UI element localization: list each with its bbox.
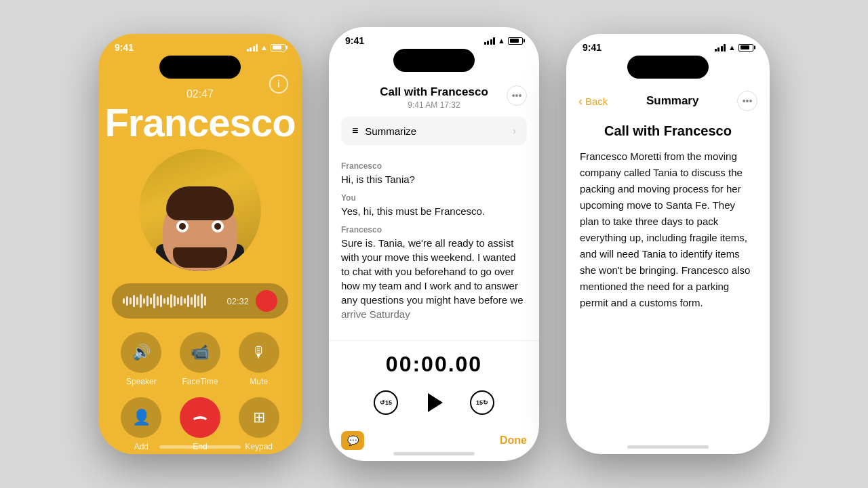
dynamic-island-3 <box>627 56 709 79</box>
mute-button[interactable]: 🎙 Mute <box>235 332 283 386</box>
wave-visual <box>123 293 220 308</box>
status-bar-1: 9:41 ▲ <box>98 34 302 53</box>
record-button[interactable] <box>256 290 277 312</box>
summarize-icon: ≡ <box>352 125 358 137</box>
memoji-eye-right <box>212 220 224 232</box>
back-label: Back <box>585 96 608 107</box>
memoji-head <box>163 193 237 271</box>
transcript-text-3: Sure is. Tania, we're all ready to assis… <box>341 236 527 321</box>
memoji-beard <box>173 247 227 268</box>
mute-icon: 🎙 <box>239 332 279 373</box>
status-time-1: 9:41 <box>115 42 134 53</box>
facetime-label: FaceTime <box>182 377 218 386</box>
dynamic-island-1 <box>159 56 241 79</box>
status-bar-2: 9:41 ▲ <box>329 27 539 46</box>
status-icons-3: ▲ <box>715 43 753 52</box>
add-label: Add <box>134 442 149 451</box>
skip-back-icon: ↺15 <box>374 390 398 415</box>
keypad-button[interactable]: ⊞ Keypad <box>235 397 283 451</box>
status-icons-2: ▲ <box>484 37 523 45</box>
summary-text: Francesco Moretti from the moving compan… <box>566 148 770 311</box>
call-buttons-grid: 🔊 Speaker 📹 FaceTime 🎙 Mute 👤 Add <box>98 319 302 451</box>
wifi-icon-2: ▲ <box>498 37 505 45</box>
summary-nav-title: Summary <box>646 94 698 108</box>
player-controls: ↺15 15↻ <box>329 386 539 419</box>
memoji-hair <box>166 186 234 220</box>
add-button[interactable]: 👤 Add <box>117 397 165 451</box>
transcript-header-time: 9:41 AM 17:32 <box>361 100 507 110</box>
summary-nav: ‹ Back Summary ••• <box>566 83 770 117</box>
info-button[interactable]: i <box>269 75 288 94</box>
wifi-icon-1: ▲ <box>260 43 268 52</box>
audio-player: 00:00.00 ↺15 15↻ <box>329 340 539 426</box>
speaker-label: Speaker <box>126 377 157 386</box>
summary-call-title: Call with Francesco <box>566 117 770 148</box>
facetime-button[interactable]: 📹 FaceTime <box>176 332 224 386</box>
transcript-title-block: Call with Francesco 9:41 AM 17:32 <box>361 85 507 110</box>
signal-icon-3 <box>715 44 726 52</box>
play-icon <box>428 393 443 412</box>
caller-name: Francesco <box>98 103 302 142</box>
battery-icon-2 <box>508 37 523 45</box>
phone-summary: 9:41 ▲ ‹ Back Summary <box>566 34 770 454</box>
feedback-icon[interactable]: 💬 <box>341 431 364 450</box>
status-icons-1: ▲ <box>247 43 285 52</box>
transcript-speaker-3: Francesco <box>341 225 527 235</box>
skip-back-button[interactable]: ↺15 <box>373 390 399 415</box>
speaker-button[interactable]: 🔊 Speaker <box>117 332 165 386</box>
phone-active-call: 9:41 ▲ i 02:47 Francesco <box>98 34 302 454</box>
end-call-icon <box>180 397 220 438</box>
transcript-body: Francesco Hi, is this Tania? You Yes, hi… <box>329 155 539 340</box>
transcript-text-1: Hi, is this Tania? <box>341 172 527 186</box>
summarize-button[interactable]: ≡ Summarize › <box>341 117 527 145</box>
keypad-icon: ⊞ <box>239 397 279 438</box>
speaker-icon: 🔊 <box>121 332 161 373</box>
status-bar-3: 9:41 ▲ <box>566 34 770 53</box>
memoji-eye-left <box>176 220 189 232</box>
back-button[interactable]: ‹ Back <box>578 94 608 108</box>
status-time-2: 9:41 <box>345 35 364 46</box>
home-indicator-1 <box>159 445 241 449</box>
mute-label: Mute <box>250 377 268 386</box>
summarize-label: Summarize <box>365 125 416 137</box>
signal-icon-2 <box>484 37 496 45</box>
battery-icon-1 <box>271 44 285 52</box>
transcript-footer: 💬 Done <box>329 426 539 461</box>
end-button[interactable]: End <box>176 397 224 451</box>
phone-transcript: 9:41 ▲ Call with Francesco 9:4 <box>329 27 539 461</box>
wifi-icon-3: ▲ <box>728 43 736 52</box>
dynamic-island-2 <box>393 49 475 72</box>
facetime-icon: 📹 <box>180 332 220 373</box>
home-indicator-3 <box>627 445 709 449</box>
transcript-speaker-2: You <box>341 193 527 203</box>
avatar-memoji <box>139 149 261 271</box>
done-button[interactable]: Done <box>500 434 527 447</box>
transcript-title: Call with Francesco <box>361 85 507 99</box>
battery-icon-3 <box>738 44 753 52</box>
status-time-3: 9:41 <box>583 42 601 53</box>
summarize-left: ≡ Summarize <box>352 125 416 137</box>
avatar-container <box>98 149 302 271</box>
transcript-speaker-1: Francesco <box>341 161 527 171</box>
transcript-header: Call with Francesco 9:41 AM 17:32 ••• <box>329 76 539 117</box>
keypad-label: Keypad <box>245 442 273 451</box>
skip-forward-button[interactable]: 15↻ <box>469 390 495 415</box>
skip-forward-icon: 15↻ <box>470 390 494 415</box>
wave-time: 02:32 <box>226 296 249 306</box>
chevron-left-icon: ‹ <box>578 94 583 108</box>
more-options-button[interactable]: ••• <box>507 85 527 106</box>
add-icon: 👤 <box>121 397 161 438</box>
play-button[interactable] <box>418 386 450 419</box>
signal-icon-1 <box>247 44 258 52</box>
transcript-text-2: Yes, hi, this must be Francesco. <box>341 204 527 218</box>
chevron-right-icon: › <box>513 125 516 136</box>
summary-more-button[interactable]: ••• <box>737 91 757 111</box>
home-indicator-2 <box>393 452 475 455</box>
waveform-bar: 02:32 <box>112 283 288 319</box>
player-time: 00:00.00 <box>329 352 539 377</box>
